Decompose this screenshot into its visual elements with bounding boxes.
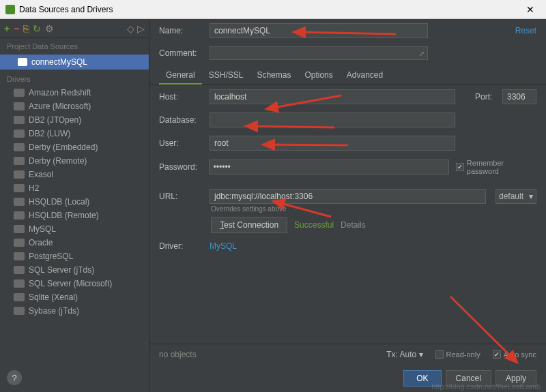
test-result: Successful bbox=[294, 220, 334, 230]
override-note: Overrides settings above bbox=[149, 205, 546, 213]
driver-icon bbox=[14, 198, 25, 206]
driver-icon bbox=[14, 184, 25, 192]
url-input[interactable] bbox=[210, 189, 486, 204]
host-input[interactable] bbox=[210, 89, 455, 104]
driver-item[interactable]: SQL Server (Microsoft) bbox=[0, 277, 149, 290]
driver-label: DB2 (JTOpen) bbox=[29, 115, 81, 125]
driver-label: H2 bbox=[29, 183, 39, 193]
remember-password-checkbox[interactable] bbox=[456, 163, 464, 171]
driver-icon bbox=[14, 225, 25, 233]
add-icon[interactable]: + bbox=[4, 23, 10, 34]
driver-label: Oracle bbox=[29, 238, 53, 247]
help-button[interactable]: ? bbox=[7, 370, 22, 385]
driver-item[interactable]: HSQLDB (Local) bbox=[0, 195, 149, 209]
driver-label: DB2 (LUW) bbox=[29, 129, 70, 138]
refresh-icon[interactable]: ↻ bbox=[33, 23, 41, 34]
driver-item[interactable]: MySQL bbox=[0, 222, 149, 236]
driver-link[interactable]: MySQL bbox=[210, 241, 237, 251]
driver-icon bbox=[14, 116, 25, 124]
remove-icon[interactable]: − bbox=[14, 23, 19, 34]
password-label: Password: bbox=[159, 162, 202, 172]
password-input[interactable] bbox=[209, 160, 449, 175]
driver-item[interactable]: DB2 (LUW) bbox=[0, 127, 149, 140]
driver-icon bbox=[14, 130, 25, 138]
reset-link[interactable]: Reset bbox=[515, 26, 536, 35]
name-input[interactable] bbox=[210, 23, 428, 38]
driver-item[interactable]: Sybase (jTds) bbox=[0, 304, 149, 318]
driver-icon bbox=[14, 252, 25, 260]
tab-advanced[interactable]: Advanced bbox=[340, 67, 390, 85]
driver-item[interactable]: Sqlite (Xerial) bbox=[0, 290, 149, 304]
driver-item[interactable]: PostgreSQL bbox=[0, 250, 149, 263]
user-input[interactable] bbox=[210, 136, 455, 151]
driver-icon bbox=[14, 170, 25, 179]
name-label: Name: bbox=[159, 26, 203, 35]
collapse-icon[interactable]: ◇ bbox=[127, 23, 134, 34]
tab-options[interactable]: Options bbox=[298, 67, 339, 85]
driver-icon bbox=[14, 89, 25, 97]
driver-label: Sqlite (Xerial) bbox=[29, 292, 78, 302]
tab-schemas[interactable]: Schemas bbox=[250, 67, 298, 85]
driver-label: Driver: bbox=[159, 241, 203, 251]
driver-item[interactable]: Oracle bbox=[0, 236, 149, 250]
remember-password-label: Remember password bbox=[467, 159, 536, 175]
database-label: Database: bbox=[159, 115, 203, 125]
driver-label: MySQL bbox=[29, 224, 56, 234]
driver-label: Sybase (jTds) bbox=[29, 306, 79, 316]
driver-item[interactable]: Derby (Embedded) bbox=[0, 140, 149, 154]
watermark: http://blog.csdn.net/theLostLamb bbox=[431, 382, 541, 391]
sidebar-toolbar: + − ⎘ ↻ ⚙ ◇ ▷ bbox=[0, 19, 149, 38]
driver-label: Azure (Microsoft) bbox=[29, 102, 91, 111]
readonly-checkbox[interactable] bbox=[435, 350, 444, 359]
driver-item[interactable]: Derby (Remote) bbox=[0, 154, 149, 168]
tab-general[interactable]: General bbox=[159, 67, 202, 85]
driver-icon bbox=[14, 293, 25, 301]
settings-icon[interactable]: ⚙ bbox=[45, 23, 54, 34]
driver-item[interactable]: H2 bbox=[0, 181, 149, 195]
driver-item[interactable]: DB2 (JTOpen) bbox=[0, 113, 149, 127]
driver-label: HSQLDB (Remote) bbox=[29, 211, 99, 220]
driver-icon bbox=[14, 266, 25, 274]
user-label: User: bbox=[159, 138, 203, 148]
chevron-down-icon: ▾ bbox=[529, 192, 533, 201]
driver-item[interactable]: Exasol bbox=[0, 168, 149, 181]
driver-item[interactable]: Amazon Redshift bbox=[0, 86, 149, 100]
close-icon[interactable]: ✕ bbox=[520, 4, 541, 15]
details-link[interactable]: Details bbox=[341, 220, 366, 230]
autosync-checkbox[interactable] bbox=[493, 350, 501, 359]
project-sources-header: Project Data Sources bbox=[0, 38, 149, 55]
driver-label: Derby (Embedded) bbox=[29, 142, 98, 152]
driver-icon bbox=[14, 157, 25, 165]
database-input[interactable] bbox=[210, 112, 455, 127]
driver-item[interactable]: SQL Server (jTds) bbox=[0, 263, 149, 277]
driver-item[interactable]: HSQLDB (Remote) bbox=[0, 209, 149, 222]
sidebar: + − ⎘ ↻ ⚙ ◇ ▷ Project Data Sources conne… bbox=[0, 19, 149, 392]
driver-icon bbox=[14, 280, 25, 288]
comment-label: Comment: bbox=[159, 48, 203, 58]
datasource-item[interactable]: connectMySQL bbox=[0, 55, 149, 70]
url-label: URL: bbox=[159, 192, 203, 201]
driver-icon bbox=[14, 211, 25, 220]
content-panel: Name: Reset Comment: ⤢ GeneralSSH/SSLSch… bbox=[149, 19, 546, 392]
test-connection-button[interactable]: Test Connection bbox=[211, 217, 287, 233]
port-label: Port: bbox=[475, 92, 495, 102]
app-icon bbox=[5, 5, 15, 14]
tab-sshssl[interactable]: SSH/SSL bbox=[202, 67, 250, 85]
tx-mode-select[interactable]: Tx: Auto ▾ bbox=[386, 350, 422, 359]
driver-label: Amazon Redshift bbox=[29, 88, 91, 97]
driver-icon bbox=[14, 239, 25, 247]
url-mode-select[interactable]: default▾ bbox=[495, 189, 536, 204]
driver-icon bbox=[14, 307, 25, 315]
titlebar: Data Sources and Drivers ✕ bbox=[0, 0, 546, 19]
expand-icon[interactable]: ▷ bbox=[137, 23, 145, 34]
datasource-label: connectMySQL bbox=[31, 57, 87, 67]
driver-item[interactable]: Azure (Microsoft) bbox=[0, 100, 149, 113]
no-objects-label: no objects bbox=[159, 350, 197, 359]
port-input[interactable] bbox=[502, 89, 536, 104]
driver-label: SQL Server (jTds) bbox=[29, 265, 94, 275]
copy-icon[interactable]: ⎘ bbox=[23, 23, 29, 34]
comment-input[interactable]: ⤢ bbox=[210, 46, 428, 60]
driver-label: HSQLDB (Local) bbox=[29, 197, 89, 207]
expand-icon[interactable]: ⤢ bbox=[419, 50, 425, 57]
driver-icon bbox=[14, 102, 25, 110]
